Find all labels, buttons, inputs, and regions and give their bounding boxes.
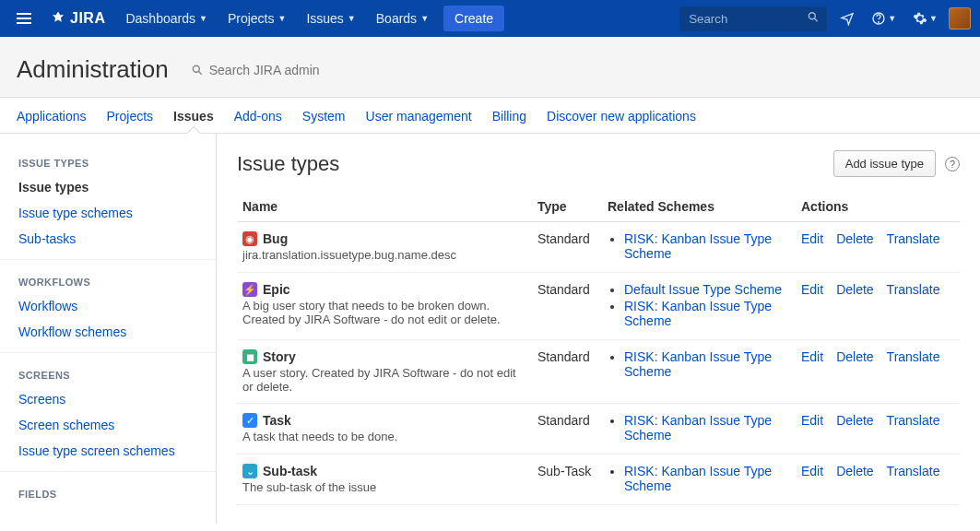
scheme-link[interactable]: RISK: Kanban Issue Type Scheme: [624, 464, 772, 493]
column-header: Actions: [796, 192, 960, 222]
issue-type-type: Standard: [532, 273, 602, 340]
admin-search-input[interactable]: [209, 63, 394, 77]
admin-search-wrap: [191, 63, 394, 77]
jira-logo[interactable]: JIRA: [50, 10, 105, 27]
edit-link[interactable]: Edit: [801, 464, 823, 478]
edit-link[interactable]: Edit: [801, 231, 823, 246]
translate-link[interactable]: Translate: [887, 349, 940, 364]
issue-type-icon: ◼: [242, 349, 257, 364]
issue-type-description: The sub-task of the issue: [242, 480, 526, 494]
edit-link[interactable]: Edit: [801, 413, 823, 428]
related-schemes: RISK: Kanban Issue Type Scheme: [602, 222, 796, 273]
main-content: Issue types Add issue type ? NameTypeRel…: [217, 134, 980, 524]
primary-nav: Dashboards ▼Projects ▼Issues ▼Boards ▼: [116, 4, 438, 33]
logo-text: JIRA: [70, 10, 105, 27]
scheme-link[interactable]: RISK: Kanban Issue Type Scheme: [624, 413, 772, 442]
sidebar: ISSUE TYPESIssue typesIssue type schemes…: [0, 134, 217, 524]
nav-right-icons: ▼ ▼: [834, 6, 971, 31]
issue-type-type: Standard: [532, 340, 602, 404]
sidebar-item-workflows[interactable]: Workflows: [0, 293, 216, 319]
delete-link[interactable]: Delete: [836, 349, 873, 364]
scheme-link[interactable]: Default Issue Type Scheme: [624, 282, 782, 297]
tab-applications[interactable]: Applications: [17, 109, 87, 133]
table-row: ◉ Bug jira.translation.issuetype.bug.nam…: [237, 222, 960, 273]
feedback-icon[interactable]: [834, 6, 860, 31]
sidebar-item-screen-schemes[interactable]: Screen schemes: [0, 412, 216, 438]
issue-type-name: Sub-task: [263, 464, 317, 478]
nav-item-label: Boards: [376, 11, 417, 26]
delete-link[interactable]: Delete: [836, 413, 873, 428]
svg-point-4: [193, 65, 199, 72]
issue-type-description: A big user story that needs to be broken…: [242, 299, 526, 326]
tab-billing[interactable]: Billing: [492, 109, 526, 133]
edit-link[interactable]: Edit: [801, 349, 823, 364]
issue-type-name: Story: [263, 349, 296, 364]
nav-item-issues[interactable]: Issues ▼: [297, 4, 364, 33]
tab-add-ons[interactable]: Add-ons: [234, 109, 282, 133]
scheme-link[interactable]: RISK: Kanban Issue Type Scheme: [624, 231, 772, 261]
issue-type-icon: ⚡: [242, 282, 257, 297]
tab-issues[interactable]: Issues: [173, 109, 214, 133]
issue-type-name: Bug: [263, 231, 288, 246]
sidebar-section-title: FIELDS: [0, 479, 216, 505]
translate-link[interactable]: Translate: [887, 231, 940, 246]
sidebar-item-workflow-schemes[interactable]: Workflow schemes: [0, 319, 216, 345]
delete-link[interactable]: Delete: [836, 282, 873, 297]
tab-discover-new-applications[interactable]: Discover new applications: [547, 109, 696, 133]
search-icon: [191, 64, 204, 77]
tab-system[interactable]: System: [302, 109, 346, 133]
nav-item-boards[interactable]: Boards ▼: [367, 4, 438, 33]
scheme-link[interactable]: RISK: Kanban Issue Type Scheme: [624, 299, 772, 328]
user-avatar[interactable]: [949, 7, 971, 30]
chevron-down-icon: ▼: [420, 14, 429, 23]
chevron-down-icon: ▼: [277, 14, 286, 23]
nav-item-dashboards[interactable]: Dashboards ▼: [116, 4, 216, 33]
top-navbar: JIRA Dashboards ▼Projects ▼Issues ▼Board…: [0, 0, 980, 37]
nav-item-label: Dashboards: [125, 11, 195, 26]
create-button[interactable]: Create: [443, 6, 504, 31]
related-schemes: Default Issue Type SchemeRISK: Kanban Is…: [602, 273, 796, 340]
tab-user-management[interactable]: User management: [366, 109, 472, 133]
issue-type-icon: ✓: [242, 413, 257, 428]
nav-item-label: Projects: [228, 11, 275, 26]
translate-link[interactable]: Translate: [887, 464, 940, 478]
translate-link[interactable]: Translate: [887, 413, 940, 428]
app-switcher-icon[interactable]: [9, 6, 39, 31]
issue-type-icon: ⌄: [242, 464, 257, 478]
issue-type-type: Standard: [532, 222, 602, 273]
edit-link[interactable]: Edit: [801, 282, 823, 297]
sidebar-item-issue-type-schemes[interactable]: Issue type schemes: [0, 200, 216, 226]
svg-line-5: [198, 71, 201, 74]
global-search-input[interactable]: [679, 6, 827, 31]
settings-icon[interactable]: ▼: [907, 6, 943, 31]
issue-types-table: NameTypeRelated SchemesActions ◉ Bug jir…: [237, 192, 960, 505]
tab-projects[interactable]: Projects: [107, 109, 154, 133]
issue-type-type: Sub-Task: [532, 454, 602, 505]
issue-type-name: Epic: [263, 282, 290, 297]
delete-link[interactable]: Delete: [836, 464, 873, 478]
page-title: Administration: [17, 55, 169, 84]
table-row: ✓ Task A task that needs to be done. Sta…: [237, 404, 960, 454]
table-row: ⌄ Sub-task The sub-task of the issue Sub…: [237, 454, 960, 505]
admin-header: Administration: [0, 37, 980, 98]
add-issue-type-button[interactable]: Add issue type: [833, 150, 936, 177]
sidebar-item-issue-type-screen-schemes[interactable]: Issue type screen schemes: [0, 438, 216, 464]
nav-item-label: Issues: [306, 11, 343, 26]
translate-link[interactable]: Translate: [887, 282, 940, 297]
delete-link[interactable]: Delete: [836, 231, 873, 246]
related-schemes: RISK: Kanban Issue Type Scheme: [602, 404, 796, 454]
context-help-icon[interactable]: ?: [945, 157, 960, 171]
related-schemes: RISK: Kanban Issue Type Scheme: [602, 340, 796, 404]
sidebar-item-screens[interactable]: Screens: [0, 386, 216, 412]
sidebar-item-sub-tasks[interactable]: Sub-tasks: [0, 226, 216, 252]
nav-item-projects[interactable]: Projects ▼: [218, 4, 296, 33]
help-icon[interactable]: ▼: [866, 6, 902, 31]
issue-type-icon: ◉: [242, 231, 257, 246]
issue-type-description: jira.translation.issuetype.bug.name.desc: [242, 248, 526, 262]
scheme-link[interactable]: RISK: Kanban Issue Type Scheme: [624, 349, 772, 379]
column-header: Name: [237, 192, 532, 222]
body-area: ISSUE TYPESIssue typesIssue type schemes…: [0, 134, 980, 524]
search-wrap: [679, 6, 827, 31]
issue-type-name: Task: [263, 413, 291, 428]
sidebar-item-issue-types[interactable]: Issue types: [0, 174, 216, 200]
